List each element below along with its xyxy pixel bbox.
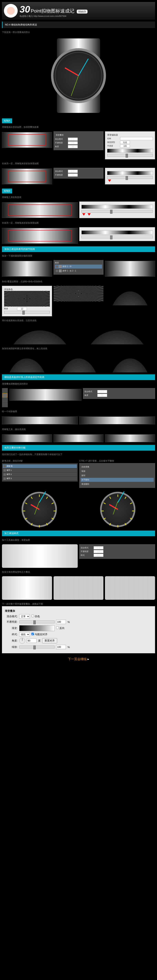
visibility-icon[interactable] — [3, 477, 6, 480]
note-f2: 加深主体的两端变暗正片叠底 — [2, 570, 155, 574]
sub-section-3: 相关主要的对称功能 — [2, 445, 155, 450]
note-f1: 加个工具画出圆形，渐变如图 — [2, 538, 155, 542]
gradient-overlay-settings[interactable]: 渐变叠加 混合模式: 正常 仿色 不透明度: % 渐变: 反向 样式: 线性 与… — [2, 606, 155, 653]
note-d1: 渐变叠加调整颜色深的部分 — [2, 382, 155, 386]
step-a1: 绘制A — [2, 118, 12, 123]
arrow-icon — [108, 180, 111, 182]
visibility-icon[interactable] — [56, 266, 58, 268]
opacity-input[interactable] — [56, 620, 66, 624]
author-line: By@陈小胤儿 http://www.zcool.com.cn/u/907504 — [20, 15, 88, 18]
title-number: 30 — [20, 4, 30, 14]
arc-sample-3 — [79, 325, 155, 344]
toolbar[interactable] — [2, 388, 8, 407]
brush-tool[interactable] — [2, 402, 8, 407]
gradient-bar-3[interactable] — [82, 205, 153, 209]
gradient-stops-2[interactable] — [107, 176, 153, 179]
sample-d5 — [54, 434, 104, 442]
gradient-stops-1[interactable] — [107, 154, 153, 157]
hour-hand — [64, 67, 79, 76]
arc-sample-2 — [2, 325, 78, 344]
sample-d2 — [2, 417, 78, 424]
gradient-editor-2[interactable] — [105, 168, 155, 185]
align-checkbox[interactable]: 与图层对齐 — [31, 633, 48, 636]
arrow-icon — [82, 213, 85, 216]
pen-tool[interactable] — [2, 398, 8, 402]
transform-menu[interactable]: 自由变换 缩放 旋转 水平翻转 垂直翻转 — [79, 463, 155, 488]
gradient-bar-1[interactable] — [107, 149, 153, 153]
arc-sample-1 — [105, 286, 155, 305]
sample-band-a1 — [2, 132, 52, 148]
watch-result-left — [22, 492, 57, 527]
gradient-bar-4[interactable] — [82, 231, 153, 234]
minute-hand — [78, 59, 88, 76]
layers-panel-1[interactable]: 图层 表带 1 - 中 表带 1 - 右 2 - 1 — [54, 260, 104, 275]
scale-slider[interactable] — [19, 646, 54, 648]
layer-style-panel-1[interactable]: 渐变叠加 混合模式正常 不透明度100 角度90 — [54, 131, 104, 150]
layer-style-panel-d[interactable]: 混合模式正常 角度90 — [83, 388, 155, 399]
gradient-stops-3[interactable] — [82, 210, 153, 213]
sub-section-4: 加工表冠样式 — [2, 531, 155, 536]
dialog-title: 添加杂色 — [4, 288, 50, 291]
layer-style-panel-2[interactable]: 混合模式正常 不透明度100 — [54, 168, 104, 178]
second-hand — [71, 76, 79, 96]
sample-c1 — [2, 261, 52, 277]
style-select[interactable]: 线性 — [19, 632, 30, 636]
sample-band-a2 — [2, 169, 52, 184]
settings-title: 渐变叠加 — [5, 609, 152, 613]
style-item[interactable]: 渐变叠加 — [56, 134, 64, 137]
title-main: Point拟物图标速成记 — [31, 8, 75, 14]
gradient-editor-4[interactable] — [79, 227, 155, 241]
dither-checkbox[interactable]: 仿色 — [31, 615, 40, 618]
note-a2: 在画另一层，用钢笔画形状加渐变如图 — [2, 161, 155, 166]
reset-align-button[interactable]: 重置对齐 — [42, 638, 57, 643]
gradient-editor-3[interactable] — [79, 202, 155, 218]
layer-style-panel-f[interactable]: 混合模式正常 不透明度100 样式线性 — [79, 544, 155, 559]
gradient-editor-1[interactable]: 渐变编辑器 名称 渐变类型实底 平滑度100 — [105, 131, 155, 159]
sub-section-2: 继续是表盘持针线上的表盘固定件刻画 — [2, 374, 155, 380]
scale-input[interactable] — [56, 645, 66, 649]
crown-sample-4 — [105, 576, 155, 600]
noise-dialog[interactable]: 添加杂色 数量12 — [2, 286, 52, 317]
arc-sample-4 — [2, 353, 52, 372]
opacity-slider[interactable] — [19, 620, 54, 623]
note-d3: 用钢笔工具，做出高光线 — [2, 427, 155, 431]
arrow-icon — [88, 213, 91, 216]
sample-band-b1 — [2, 202, 78, 218]
note-c1: 加深一下感的圆形部分做的渐变 — [2, 254, 155, 258]
noise-preview — [4, 291, 50, 307]
watch-result-right — [100, 492, 135, 527]
section-title: NO.4 继续绘制表链结构和表冠 — [2, 22, 155, 28]
angle-input[interactable] — [27, 639, 37, 643]
sample-c1b — [105, 261, 155, 277]
crown-sample-3 — [54, 576, 104, 600]
note-d2: 给一个对影做黑 — [2, 409, 155, 414]
visibility-icon[interactable] — [3, 473, 6, 476]
layers-panel-2[interactable]: 表链 组 链节 1 链节 2 链节 3 — [2, 463, 78, 482]
blend-mode-select[interactable]: 正常 — [19, 614, 30, 619]
gradient-stops-4[interactable] — [82, 235, 153, 238]
gradient-preview[interactable] — [19, 625, 54, 631]
visibility-icon[interactable] — [3, 465, 6, 468]
gradient-bar-2[interactable] — [107, 171, 153, 175]
rect-tool[interactable] — [2, 393, 8, 398]
note-c2: 杂色1覆盖这图形，点滤镜>杂色>添加杂色 — [2, 279, 155, 284]
reverse-checkbox[interactable]: 反向 — [56, 627, 64, 630]
sample-band-b2 — [2, 228, 78, 243]
layers-title: 图层 — [55, 261, 102, 264]
ge-title: 渐变编辑器 — [107, 134, 153, 137]
noise-slider[interactable] — [4, 311, 50, 313]
sample-d1 — [10, 389, 82, 401]
note-b2: 在画另一层，用钢笔画形状加渐变如图 — [2, 221, 155, 225]
crown-sample-2 — [2, 576, 52, 600]
note-e1: 现在我们完成了一边的表链绘制，只需要复制整个表链就可以了 — [2, 452, 155, 457]
arc-sample-5 — [54, 353, 104, 372]
visibility-icon[interactable] — [3, 469, 6, 472]
footer-next[interactable]: 下一页会继续 — [2, 653, 155, 665]
sample-d3 — [79, 417, 155, 424]
angle-dial[interactable] — [19, 638, 25, 644]
move-tool[interactable] — [2, 388, 8, 393]
intro-note: 下面是第一部分需要画的部分 — [2, 30, 155, 35]
hero-watch — [2, 35, 155, 117]
visibility-icon[interactable] — [56, 270, 58, 272]
note-b: 用钢笔工具绘制形状 — [2, 195, 155, 199]
